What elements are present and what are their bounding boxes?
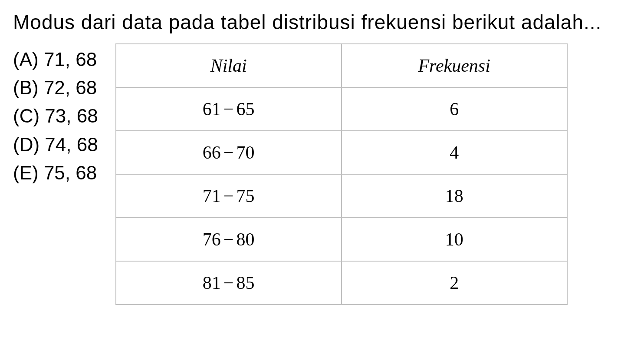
table-row: 81−85 2 bbox=[116, 261, 567, 305]
cell-frekuensi: 2 bbox=[342, 261, 567, 305]
options-list: (A) 71, 68 (B) 72, 68 (C) 73, 68 (D) 74,… bbox=[13, 43, 98, 305]
cell-nilai: 81−85 bbox=[116, 261, 342, 305]
nilai-high: 85 bbox=[236, 273, 254, 293]
nilai-low: 71 bbox=[203, 186, 221, 206]
question-text: Modus dari data pada tabel distribusi fr… bbox=[13, 9, 629, 36]
frequency-table-wrap: Nilai Frekuensi 61−65 6 66−70 4 bbox=[115, 43, 568, 305]
nilai-low: 81 bbox=[203, 273, 221, 293]
nilai-high: 70 bbox=[236, 143, 254, 162]
nilai-low: 61 bbox=[203, 99, 221, 119]
option-a: (A) 71, 68 bbox=[13, 47, 98, 72]
nilai-low: 66 bbox=[203, 143, 221, 162]
cell-frekuensi: 6 bbox=[342, 87, 567, 131]
cell-nilai: 61−65 bbox=[116, 87, 342, 131]
nilai-high: 80 bbox=[236, 229, 254, 249]
header-frekuensi: Frekuensi bbox=[342, 44, 567, 87]
minus-icon: − bbox=[221, 229, 237, 250]
minus-icon: − bbox=[221, 272, 237, 293]
table-row: 61−65 6 bbox=[116, 87, 567, 131]
frequency-table: Nilai Frekuensi 61−65 6 66−70 4 bbox=[115, 43, 568, 305]
minus-icon: − bbox=[221, 99, 237, 119]
cell-nilai: 66−70 bbox=[116, 131, 342, 174]
option-b: (B) 72, 68 bbox=[13, 75, 98, 100]
minus-icon: − bbox=[221, 186, 237, 206]
table-header-row: Nilai Frekuensi bbox=[116, 44, 567, 87]
cell-nilai: 76−80 bbox=[116, 218, 342, 261]
option-c: (C) 73, 68 bbox=[13, 103, 98, 128]
table-row: 66−70 4 bbox=[116, 131, 567, 174]
cell-nilai: 71−75 bbox=[116, 174, 342, 218]
cell-frekuensi: 18 bbox=[342, 174, 567, 218]
header-nilai: Nilai bbox=[116, 44, 342, 87]
nilai-low: 76 bbox=[203, 229, 221, 249]
content-row: (A) 71, 68 (B) 72, 68 (C) 73, 68 (D) 74,… bbox=[13, 43, 631, 305]
table-row: 76−80 10 bbox=[116, 218, 567, 261]
table-row: 71−75 18 bbox=[116, 174, 567, 218]
nilai-high: 75 bbox=[236, 186, 254, 206]
nilai-high: 65 bbox=[236, 99, 254, 119]
option-e: (E) 75, 68 bbox=[13, 160, 98, 185]
cell-frekuensi: 10 bbox=[342, 218, 567, 261]
minus-icon: − bbox=[221, 142, 237, 163]
option-d: (D) 74, 68 bbox=[13, 132, 98, 157]
cell-frekuensi: 4 bbox=[342, 131, 567, 174]
